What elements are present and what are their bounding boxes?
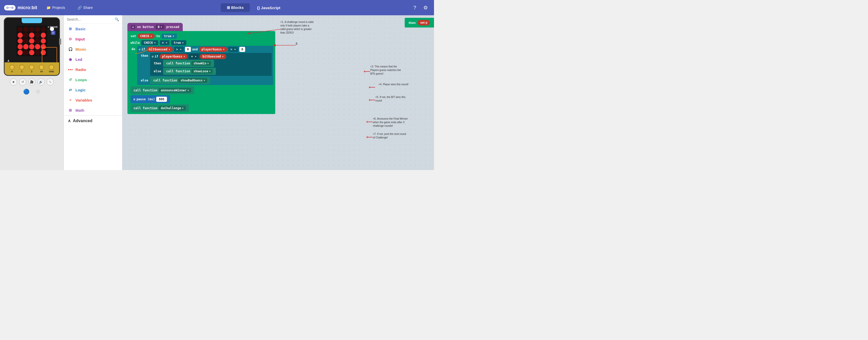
share-button[interactable]: 🔗 Share bbox=[74, 4, 96, 11]
true-val-block-2[interactable]: true ▾ bbox=[171, 40, 186, 45]
category-input[interactable]: ⊙ Input bbox=[64, 34, 122, 44]
annotation-3: <3. This means that the Players guess ma… bbox=[370, 65, 403, 76]
call-showbadguess-block[interactable]: call function showBadGuess ▾ bbox=[150, 77, 210, 84]
playerguess-var-2[interactable]: playerGuess ▾ bbox=[159, 54, 188, 59]
category-logic[interactable]: ⇄ Logic bbox=[64, 85, 122, 95]
category-basic[interactable]: ⊞ Basic bbox=[64, 24, 122, 34]
gt-op-1[interactable]: > ▾ bbox=[174, 47, 184, 52]
math-icon: ⊞ bbox=[68, 108, 73, 113]
check-var-block-1[interactable]: CHECK ▾ bbox=[137, 34, 155, 39]
dropdown-arrow-bg1: ▾ bbox=[168, 47, 170, 51]
sim-deco-1: 🔵 bbox=[23, 89, 30, 95]
search-icon: 🔍 bbox=[115, 17, 119, 22]
dropdown-arrow-sl: ▾ bbox=[209, 69, 211, 73]
if-condition-row: ⚙ if bitGuessed ▾ > ▾ bbox=[138, 47, 272, 52]
call-showlose-block[interactable]: call function showLose ▾ bbox=[163, 68, 216, 75]
settings-button[interactable]: ⚙ bbox=[421, 4, 430, 12]
true-val-block[interactable]: true ▾ bbox=[162, 34, 177, 39]
help-button[interactable]: ? bbox=[411, 4, 418, 12]
led-3-1 bbox=[18, 38, 23, 44]
search-bar: 🔍 bbox=[64, 15, 122, 24]
category-led[interactable]: ◉ Led bbox=[64, 54, 122, 64]
simulator-panel: ● SHAKE A B 0 1 2 bbox=[0, 15, 64, 170]
pause-icon: ⊞ bbox=[133, 98, 135, 101]
button-b-label: B bbox=[51, 31, 55, 35]
sim-decoration-area: 🔵 ⚙ bbox=[23, 89, 40, 95]
dropdown-arrow-dc: ▾ bbox=[182, 106, 184, 110]
pin-2-circle bbox=[29, 65, 34, 70]
microbit-usb-port bbox=[22, 18, 42, 23]
gt-op-2[interactable]: > ▾ bbox=[228, 47, 238, 52]
advanced-header[interactable]: ∧ Advanced bbox=[64, 115, 122, 126]
sim-record-button[interactable]: 🎥 bbox=[28, 78, 35, 86]
led-1-5 bbox=[41, 27, 46, 32]
side-button[interactable] bbox=[59, 38, 61, 44]
pause-val-input[interactable]: 800 bbox=[156, 97, 167, 102]
dropdown-arrow-pg1: ▾ bbox=[223, 47, 224, 51]
zero-input-1[interactable]: 0 bbox=[185, 47, 191, 52]
if-outer-block: ⚙ if bitGuessed ▾ > ▾ bbox=[137, 46, 273, 85]
projects-button[interactable]: 📁 Projects bbox=[43, 4, 68, 11]
dropdown-arrow-check1: ▾ bbox=[150, 34, 152, 38]
toolbox-panel: 🔍 ⊞ Basic ⊙ Input 🎧 Music ◉ Led ●●● Radi… bbox=[64, 15, 122, 170]
category-radio[interactable]: ●●● Radio bbox=[64, 64, 122, 75]
led-3-5 bbox=[41, 38, 46, 44]
set-label: set bbox=[130, 34, 136, 38]
search-input[interactable] bbox=[67, 17, 115, 22]
button-b-dropdown[interactable]: B ▾ bbox=[156, 25, 164, 29]
category-music[interactable]: 🎧 Music bbox=[64, 44, 122, 54]
logo-area: ⊙—⊙ micro:bit bbox=[4, 5, 37, 10]
bitguessed-var-2[interactable]: bitGuessed ▾ bbox=[200, 54, 226, 59]
zero-input-2[interactable]: 0 bbox=[239, 47, 245, 52]
button-a-label: A bbox=[8, 60, 9, 62]
radio-icon: ●●● bbox=[68, 67, 73, 72]
led-5-2 bbox=[23, 50, 29, 55]
ann7-arrow: ⟵ bbox=[366, 134, 373, 140]
inner-if-gear: ⚙ if bbox=[152, 55, 158, 58]
bitguessed-var-1[interactable]: bitGuessed ▾ bbox=[147, 47, 173, 52]
pin-gnd-group: GND bbox=[49, 65, 54, 73]
dropdown-arrow-check2: ▾ bbox=[154, 41, 156, 44]
annotation-7: <7. If not, post the next round of Chall… bbox=[373, 132, 408, 139]
sim-fullscreen-button[interactable]: ⤡ bbox=[46, 78, 54, 86]
category-variables[interactable]: ≡ Variables bbox=[64, 95, 122, 105]
sim-controls: ■ ↺ 🎥 🔊 ⤡ bbox=[10, 78, 54, 86]
sim-restart-button[interactable]: ↺ bbox=[19, 78, 26, 86]
sim-sound-button[interactable]: 🔊 bbox=[37, 78, 44, 86]
basic-icon: ⊞ bbox=[68, 26, 73, 31]
dochallenge-fn-name: doChallenge ▾ bbox=[159, 106, 186, 110]
led-4-4 bbox=[35, 44, 40, 49]
eq-op-2[interactable]: = ▾ bbox=[189, 54, 199, 59]
on-button-label: on button bbox=[137, 25, 154, 29]
call-showwin-block[interactable]: call function showWin ▾ bbox=[163, 60, 214, 67]
pin-0-label: 0 bbox=[11, 70, 12, 73]
logo-text: micro:bit bbox=[18, 5, 37, 10]
logic-icon: ⇄ bbox=[68, 87, 73, 92]
led-5-3 bbox=[29, 50, 34, 55]
category-loops[interactable]: ↺ Loops bbox=[64, 75, 122, 85]
category-math[interactable]: ⊞ Math bbox=[64, 105, 122, 115]
workspace[interactable]: then set p ⊙ on button B ▾ pressed bbox=[122, 15, 434, 170]
pause-block[interactable]: ⊞ pause (ms) 800 bbox=[130, 95, 170, 103]
do-label: do bbox=[129, 46, 137, 53]
dropdown-arrow-sbg: ▾ bbox=[204, 79, 205, 82]
showlose-fn-name: showLose ▾ bbox=[191, 69, 213, 73]
pin-3v-circle bbox=[39, 65, 44, 70]
dropdown-arrow-eq2: ▾ bbox=[195, 55, 196, 58]
check-var-block-2[interactable]: CHECK ▾ bbox=[141, 40, 158, 45]
chevron-up-icon: ∧ bbox=[68, 118, 71, 123]
led-3-3 bbox=[29, 38, 34, 44]
javascript-tab[interactable]: {} JavaScript bbox=[251, 3, 286, 12]
sim-stop-button[interactable]: ■ bbox=[10, 78, 17, 86]
blocks-tab[interactable]: ⊞ Blocks bbox=[221, 3, 250, 12]
pin-0-circle bbox=[9, 65, 14, 70]
call-dochallenge-block[interactable]: call function doChallenge ▾ bbox=[130, 104, 189, 112]
playerguess-var-1[interactable]: playerGuess ▾ bbox=[199, 47, 227, 52]
do-while-outer: set CHECK ▾ to true ▾ bbox=[127, 31, 275, 114]
dropdown-arrow-eq: ▾ bbox=[166, 41, 167, 44]
top-right-block: then set p bbox=[405, 18, 434, 28]
led-1-2 bbox=[23, 27, 29, 32]
on-button-block[interactable]: ⊙ on button B ▾ pressed set CHECK bbox=[127, 23, 275, 114]
call-announcewinner-block[interactable]: call function announceWinner ▾ bbox=[130, 87, 194, 94]
eq-op-block[interactable]: = ▾ bbox=[160, 40, 169, 45]
